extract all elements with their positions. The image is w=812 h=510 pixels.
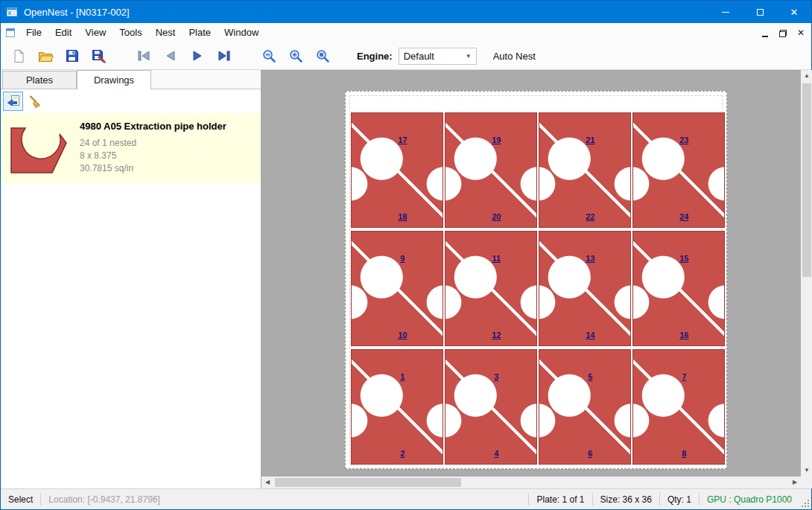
menu-view[interactable]: View — [78, 23, 112, 42]
status-gpu: GPU : Quadro P1000 — [700, 494, 799, 505]
close-icon: ✕ — [790, 7, 799, 17]
nest-row: 17 18 19 20 21 22 — [351, 112, 725, 228]
nav-next-icon — [190, 50, 205, 62]
vertical-scrollbar-thumb[interactable] — [802, 83, 811, 277]
scroll-right-icon[interactable]: ▶ — [789, 476, 801, 488]
drawing-item-info: 4980 A05 Extraction pipe holder 24 of 1 … — [80, 119, 226, 176]
part-number: 5 — [588, 372, 592, 381]
nav-last-icon — [217, 50, 232, 62]
nav-prev-button[interactable] — [159, 45, 183, 67]
resize-grip[interactable] — [799, 489, 811, 509]
nest-layout: 17 18 19 20 21 22 — [351, 112, 725, 465]
plate[interactable]: 17 18 19 20 21 22 — [345, 91, 727, 469]
vertical-scrollbar[interactable]: ▲ ▼ — [801, 70, 812, 476]
save-edit-icon — [92, 49, 107, 63]
status-location: Location: [-0.9437, 21.8796] — [41, 494, 167, 505]
nest-part-pair[interactable]: 21 22 — [539, 112, 631, 228]
drawing-title: 4980 A05 Extraction pipe holder — [80, 121, 226, 132]
menu-nest[interactable]: Nest — [149, 23, 183, 42]
part-number: 16 — [679, 331, 688, 340]
part-number: 13 — [586, 254, 594, 263]
maximize-button[interactable] — [743, 1, 777, 23]
part-number: 12 — [492, 331, 501, 340]
drawing-list-item[interactable]: 4980 A05 Extraction pipe holder 24 of 1 … — [1, 113, 261, 183]
scroll-down-icon[interactable]: ▼ — [801, 465, 812, 476]
menu-tools[interactable]: Tools — [112, 23, 148, 42]
content-area: Plates Drawings 4980 A05 Extraction pipe… — [1, 70, 811, 488]
menu-window[interactable]: Window — [218, 23, 265, 42]
menu-plate[interactable]: Plate — [182, 23, 218, 42]
engine-label: Engine: — [357, 51, 393, 62]
mdi-window-controls: ✕ — [759, 27, 811, 39]
part-thumbnail — [7, 119, 71, 176]
nest-part-pair[interactable]: 1 2 — [351, 349, 443, 465]
tab-drawings[interactable]: Drawings — [77, 70, 151, 89]
broom-icon — [28, 95, 42, 109]
zoom-in-icon — [289, 49, 303, 63]
canvas-viewport[interactable]: 17 18 19 20 21 22 — [261, 70, 801, 476]
save-edit-button[interactable] — [87, 45, 111, 67]
save-button[interactable] — [60, 45, 84, 67]
chevron-down-icon: ▼ — [466, 53, 472, 60]
document-window-icon[interactable] — [4, 27, 16, 39]
tab-plates[interactable]: Plates — [2, 71, 77, 89]
nav-prev-icon — [163, 50, 178, 62]
mdi-restore-icon[interactable] — [777, 27, 789, 39]
part-number: 21 — [586, 136, 594, 144]
nest-part-pair[interactable]: 11 12 — [445, 231, 537, 346]
minimize-button[interactable] — [708, 1, 743, 23]
nav-next-button[interactable] — [185, 45, 209, 67]
auto-nest-button[interactable]: Auto Nest — [493, 51, 536, 62]
part-number: 1 — [400, 372, 405, 381]
part-number: 9 — [400, 254, 405, 263]
nav-first-icon — [136, 50, 151, 62]
status-mode: Select — [1, 494, 40, 505]
part-number: 19 — [492, 136, 501, 144]
nav-last-button[interactable] — [212, 45, 236, 67]
scrollbar-corner — [801, 476, 812, 488]
nest-part-pair[interactable]: 23 24 — [632, 112, 725, 228]
nest-part-pair[interactable]: 7 8 — [632, 349, 725, 465]
scroll-left-icon[interactable]: ◀ — [261, 476, 273, 488]
menu-edit[interactable]: Edit — [48, 23, 78, 42]
zoom-out-button[interactable] — [257, 45, 281, 67]
drawing-list-empty-area — [1, 183, 261, 488]
zoom-out-icon — [262, 49, 276, 63]
replace-drawing-button[interactable] — [3, 92, 23, 111]
zoom-in-button[interactable] — [284, 45, 308, 67]
open-folder-icon — [38, 50, 54, 63]
mdi-minimize-icon[interactable] — [759, 27, 771, 39]
nest-part-pair[interactable]: 9 10 — [351, 231, 443, 346]
nest-part-pair[interactable]: 13 14 — [539, 231, 631, 346]
new-document-button[interactable] — [7, 45, 31, 67]
part-number: 3 — [494, 372, 498, 381]
app-window: OpenNest - [N0317-002] ✕ File Edit View … — [0, 0, 812, 510]
part-number: 14 — [586, 331, 594, 340]
nest-part-pair[interactable]: 15 16 — [632, 231, 725, 346]
part-number: 15 — [679, 254, 688, 263]
status-qty: Qty: 1 — [660, 494, 699, 505]
nav-first-button[interactable] — [132, 45, 156, 67]
engine-select[interactable]: Default ▼ — [399, 48, 477, 65]
nest-part-pair[interactable]: 3 4 — [445, 349, 537, 465]
sidebar: Plates Drawings 4980 A05 Extraction pipe… — [1, 70, 261, 488]
zoom-fit-button[interactable] — [311, 45, 334, 67]
horizontal-scrollbar[interactable]: ◀ ▶ — [261, 476, 801, 488]
open-button[interactable] — [34, 45, 57, 67]
menu-file[interactable]: File — [19, 23, 48, 42]
horizontal-scrollbar-thumb[interactable] — [275, 478, 461, 487]
status-plate: Plate: 1 of 1 — [529, 494, 591, 505]
nest-canvas[interactable]: 17 18 19 20 21 22 — [261, 70, 812, 488]
drawing-dimensions: 8 x 8.375 — [80, 150, 226, 162]
clear-drawings-button[interactable] — [25, 92, 45, 111]
scroll-up-icon[interactable]: ▲ — [801, 70, 812, 82]
nest-part-pair[interactable]: 17 18 — [351, 112, 443, 228]
part-number: 6 — [588, 449, 592, 458]
nest-part-pair[interactable]: 19 20 — [445, 112, 537, 228]
part-number: 22 — [586, 212, 594, 221]
nest-part-pair[interactable]: 5 6 — [539, 349, 631, 465]
drawing-area: 30.7815 sq/in — [80, 162, 226, 175]
mdi-close-icon[interactable]: ✕ — [795, 27, 807, 39]
close-button[interactable]: ✕ — [777, 1, 811, 23]
titlebar[interactable]: OpenNest - [N0317-002] ✕ — [1, 1, 811, 23]
